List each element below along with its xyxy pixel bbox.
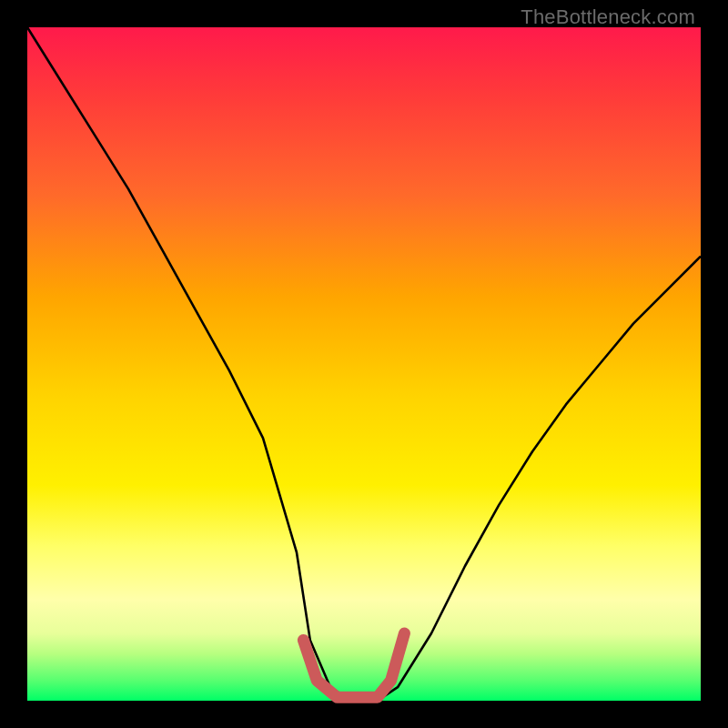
optimal-band — [303, 633, 404, 697]
plot-area — [27, 27, 701, 701]
bottleneck-curve — [27, 27, 701, 701]
chart-svg — [27, 27, 701, 701]
chart-frame: TheBottleneck.com — [0, 0, 728, 728]
watermark-text: TheBottleneck.com — [521, 5, 695, 29]
